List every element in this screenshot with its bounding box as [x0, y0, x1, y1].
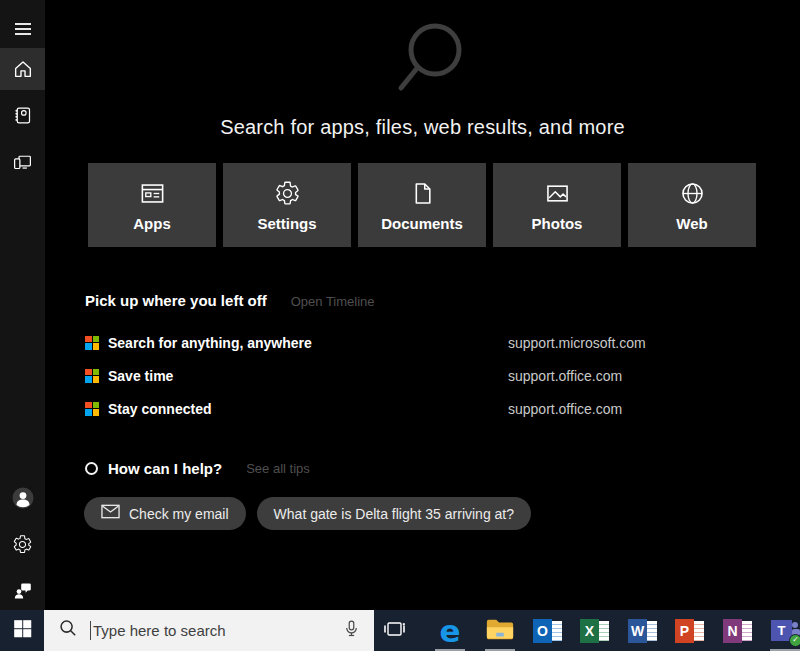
- search-placeholder: Type here to search: [93, 622, 341, 639]
- excel-button[interactable]: X: [575, 610, 615, 651]
- chip-label: What gate is Delta flight 35 arriving at…: [274, 506, 514, 522]
- timeline-item-title: Save time: [108, 368, 173, 384]
- search-hint-heading: Search for apps, files, web results, and…: [45, 116, 800, 139]
- globe-icon: [679, 178, 706, 208]
- category-label: Settings: [257, 215, 316, 232]
- file-explorer-button[interactable]: [480, 610, 520, 651]
- microsoft-logo-icon: [85, 369, 99, 383]
- timeline-item-title: Search for anything, anywhere: [108, 335, 312, 351]
- timeline-item[interactable]: Search for anything, anywhere support.mi…: [85, 326, 765, 359]
- search-illustration-icon: [389, 12, 465, 104]
- teams-button[interactable]: T ✓: [765, 610, 800, 651]
- sidebar-item-notebook[interactable]: [0, 94, 45, 136]
- user-icon: [11, 486, 35, 510]
- taskbar-search-box[interactable]: Type here to search: [44, 610, 374, 651]
- category-tile-web[interactable]: Web: [628, 163, 756, 247]
- gear-icon: [274, 178, 301, 208]
- text-caret: [90, 621, 91, 640]
- timeline-item[interactable]: Save time support.office.com: [85, 359, 765, 392]
- sidebar: [0, 0, 45, 610]
- timeline-item-title: Stay connected: [108, 401, 211, 417]
- timeline-title: Pick up where you left off: [85, 292, 267, 309]
- suggestion-chips: Check my email What gate is Delta flight…: [84, 497, 531, 530]
- hamburger-icon: [13, 19, 33, 39]
- sidebar-item-settings[interactable]: [0, 523, 45, 565]
- chip-flight-question[interactable]: What gate is Delta flight 35 arriving at…: [257, 497, 531, 530]
- search-home: Search for apps, files, web results, and…: [45, 0, 800, 610]
- edge-icon: e: [439, 616, 460, 646]
- category-tile-documents[interactable]: Documents: [358, 163, 486, 247]
- onenote-button[interactable]: N: [718, 610, 758, 651]
- document-icon: [409, 178, 436, 208]
- category-tile-apps[interactable]: Apps: [88, 163, 216, 247]
- home-icon: [12, 58, 34, 80]
- word-button[interactable]: W: [623, 610, 663, 651]
- cortana-header: How can I help? See all tips: [85, 460, 310, 477]
- gear-icon: [12, 534, 33, 555]
- microphone-icon[interactable]: [341, 618, 362, 643]
- timeline-header: Pick up where you left off Open Timeline: [85, 292, 375, 309]
- task-view-button[interactable]: [375, 610, 415, 651]
- taskbar: Type here to search: [0, 610, 800, 651]
- chip-check-my-email[interactable]: Check my email: [84, 497, 246, 530]
- microsoft-logo-icon: [85, 402, 99, 416]
- windows-logo-icon: [12, 618, 33, 643]
- sidebar-item-devices[interactable]: [0, 140, 45, 182]
- category-label: Photos: [532, 215, 583, 232]
- open-timeline-link[interactable]: Open Timeline: [291, 294, 375, 309]
- search-icon: [58, 618, 79, 643]
- start-button[interactable]: [0, 610, 44, 651]
- powerpoint-icon: P: [675, 616, 705, 646]
- windows-search-panel: Search for apps, files, web results, and…: [0, 0, 800, 651]
- category-tile-photos[interactable]: Photos: [493, 163, 621, 247]
- edge-button[interactable]: e: [430, 610, 470, 651]
- teams-status-badge: ✓: [789, 634, 800, 647]
- menu-button[interactable]: [0, 8, 45, 50]
- devices-icon: [12, 151, 33, 172]
- file-explorer-icon: [485, 616, 515, 646]
- timeline-list: Search for anything, anywhere support.mi…: [85, 326, 765, 425]
- outlook-icon: O: [533, 616, 563, 646]
- category-row: Apps Settings Documents: [88, 163, 756, 247]
- onenote-icon: N: [723, 616, 753, 646]
- sidebar-item-feedback[interactable]: [0, 569, 45, 611]
- chip-label: Check my email: [129, 506, 229, 522]
- sidebar-item-account[interactable]: [0, 477, 45, 519]
- task-view-icon: [382, 616, 408, 646]
- excel-icon: X: [580, 616, 610, 646]
- timeline-item-source: support.office.com: [508, 401, 622, 417]
- teams-icon: T ✓: [770, 616, 800, 646]
- notebook-icon: [12, 105, 33, 126]
- see-all-tips-link[interactable]: See all tips: [246, 461, 310, 476]
- microsoft-logo-icon: [85, 336, 99, 350]
- cortana-title: How can I help?: [108, 460, 222, 477]
- timeline-item-source: support.office.com: [508, 368, 622, 384]
- category-label: Documents: [381, 215, 463, 232]
- category-label: Apps: [133, 215, 171, 232]
- category-label: Web: [676, 215, 707, 232]
- apps-icon: [139, 178, 166, 208]
- category-tile-settings[interactable]: Settings: [223, 163, 351, 247]
- feedback-icon: [12, 580, 33, 601]
- timeline-item[interactable]: Stay connected support.office.com: [85, 392, 765, 425]
- timeline-item-source: support.microsoft.com: [508, 335, 646, 351]
- cortana-ring-icon: [85, 462, 98, 475]
- word-icon: W: [628, 616, 658, 646]
- sidebar-item-home[interactable]: [0, 48, 45, 90]
- powerpoint-button[interactable]: P: [670, 610, 710, 651]
- outlook-button[interactable]: O: [528, 610, 568, 651]
- photos-icon: [544, 178, 571, 208]
- envelope-icon: [101, 504, 129, 523]
